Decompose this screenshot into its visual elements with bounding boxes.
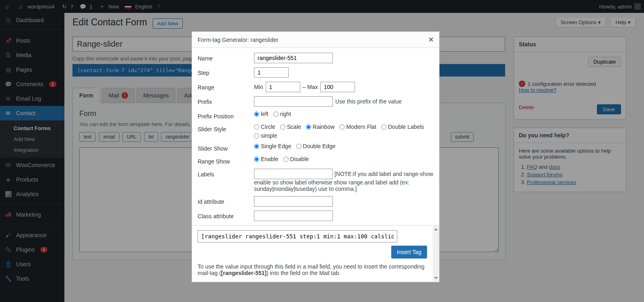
insert-tag-button[interactable]: Insert Tag <box>391 246 427 259</box>
radio-input[interactable] <box>283 157 289 162</box>
label-prefix-position: Prefix Position <box>198 111 249 120</box>
radio-label-text: Double Labels <box>388 124 424 130</box>
radio-disable[interactable]: Disable <box>283 156 309 162</box>
radio-input[interactable] <box>254 133 259 139</box>
labels-input[interactable] <box>254 169 333 179</box>
prefix-input[interactable] <box>254 96 333 107</box>
mail-tag-bold: [rangeslider-551] <box>221 270 266 276</box>
min-label: Min <box>254 84 263 90</box>
scrollbar[interactable] <box>433 225 439 282</box>
radio-label-text: left <box>261 111 268 117</box>
radio-scale[interactable]: Scale <box>280 124 301 130</box>
label-step: Step <box>198 67 249 76</box>
radio-label-text: Modern Flat <box>346 124 376 130</box>
radio-enable[interactable]: Enable <box>254 156 279 162</box>
label-range-show: Range Show <box>198 156 249 165</box>
radio-label-text: Disable <box>290 156 309 162</box>
radio-input[interactable] <box>339 124 345 130</box>
radio-input[interactable] <box>254 157 259 162</box>
radio-right[interactable]: right <box>273 111 291 117</box>
radio-rainbow[interactable]: Rainbow <box>306 124 334 130</box>
name-input[interactable] <box>254 53 333 63</box>
form-tag-generator-modal: Form-tag Generator: rangeslider × Name S… <box>192 31 440 282</box>
label-prefix: Prefix <box>198 96 249 105</box>
modal-footer: Insert Tag To use the value input throug… <box>192 225 439 282</box>
label-slider-style: Slider Style <box>198 124 249 132</box>
prefix-hint: Use this prefix of the value <box>335 98 402 105</box>
radio-input[interactable] <box>296 144 301 149</box>
label-labels: Labels <box>198 169 249 178</box>
modal-header: Form-tag Generator: rangeslider × <box>192 32 439 48</box>
label-class-attribute: Class attribute <box>198 211 249 219</box>
radio-label-text: Rainbow <box>313 124 334 130</box>
radio-right-input[interactable] <box>273 112 279 117</box>
mail-note-2: ) into the field on the Mail tab. <box>266 270 341 276</box>
label-range: Range <box>198 82 249 91</box>
radio-single-edge[interactable]: Single Edge <box>254 143 291 149</box>
radio-double-labels[interactable]: Double Labels <box>381 124 424 130</box>
label-slider-show: Slider Show <box>198 143 249 152</box>
radio-left[interactable]: left <box>254 111 268 117</box>
radio-label-text: simple <box>261 132 277 139</box>
radio-label-text: Circle <box>261 124 275 130</box>
min-input[interactable] <box>266 82 300 92</box>
tag-output-field[interactable] <box>198 230 397 242</box>
radio-input[interactable] <box>254 124 259 130</box>
id-attribute-input[interactable] <box>254 196 333 207</box>
radio-input[interactable] <box>306 124 311 130</box>
radio-circle[interactable]: Circle <box>254 124 275 130</box>
radio-left-input[interactable] <box>254 112 259 117</box>
radio-input[interactable] <box>254 144 259 149</box>
close-icon[interactable]: × <box>429 35 433 44</box>
max-label: – Max <box>303 84 318 90</box>
class-attribute-input[interactable] <box>254 211 333 221</box>
radio-input[interactable] <box>280 124 285 130</box>
radio-label-text: Enable <box>261 156 279 162</box>
modal-title: Form-tag Generator: rangeslider <box>198 37 279 43</box>
radio-label-text: right <box>280 111 291 117</box>
radio-label-text: Single Edge <box>261 143 291 149</box>
radio-label-text: Scale <box>287 124 301 130</box>
radio-label-text: Double Edge <box>303 143 336 149</box>
step-input[interactable] <box>254 67 289 78</box>
label-name: Name <box>198 53 249 62</box>
label-id-attribute: Id attribute <box>198 196 249 205</box>
max-input[interactable] <box>320 82 355 92</box>
mail-tag-note: To use the value input through this fiel… <box>198 259 427 276</box>
radio-simple[interactable]: simple <box>254 132 277 139</box>
radio-input[interactable] <box>381 124 386 130</box>
radio-double-edge[interactable]: Double Edge <box>296 143 336 149</box>
radio-modern[interactable]: Modern Flat <box>339 124 376 130</box>
